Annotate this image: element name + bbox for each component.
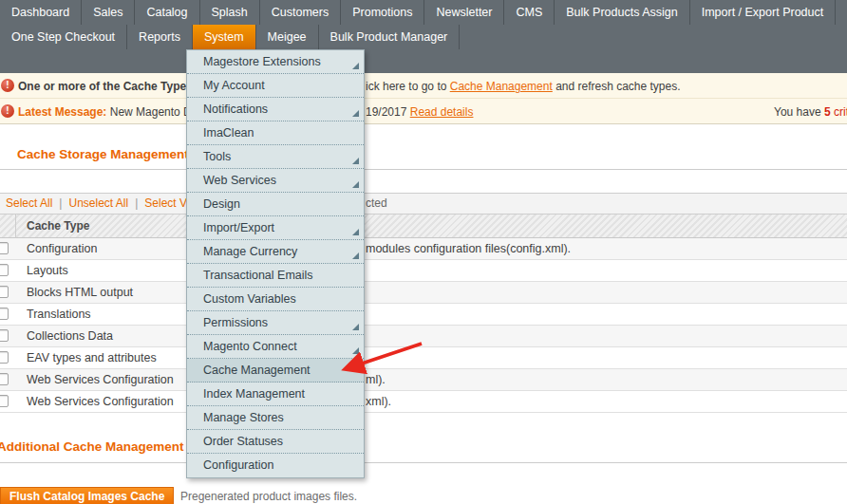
latest-message-date: 19/2017 xyxy=(366,105,410,119)
top-nav: Dashboard Sales Catalog Splash Customers… xyxy=(0,0,847,73)
divider xyxy=(0,169,847,170)
cache-type-name: Web Services Configuration xyxy=(27,391,174,413)
nav-tab-reports[interactable]: Reports xyxy=(127,25,193,49)
table-row-eav-types[interactable]: EAV types and attributes xyxy=(0,347,847,369)
cache-management-link[interactable]: Cache Management xyxy=(450,80,553,93)
latest-message-notice: Latest Message: New Magento DevB 19/2017… xyxy=(0,99,847,124)
flush-description: Pregenerated product images files. xyxy=(180,490,357,503)
table-row-configuration[interactable]: Configuration modules configuration file… xyxy=(0,238,847,260)
menu-item-manage-stores[interactable]: Manage Stores xyxy=(187,406,364,430)
nav-tab-bulk-product-manager[interactable]: Bulk Product Manager xyxy=(319,25,461,49)
select-all-link[interactable]: Select All xyxy=(6,196,52,210)
menu-item-label: My Account xyxy=(203,79,265,92)
row-checkbox[interactable] xyxy=(0,264,9,276)
table-row-layouts[interactable]: Layouts xyxy=(0,260,847,282)
menu-item-magestore-extensions[interactable]: Magestore Extensions xyxy=(187,50,364,74)
row-checkbox[interactable] xyxy=(0,395,9,407)
nav-tab-one-step-checkout[interactable]: One Step Checkout xyxy=(0,25,127,49)
nav-tab-cms[interactable]: CMS xyxy=(504,0,555,25)
nav-tab-catalog[interactable]: Catalog xyxy=(135,0,199,25)
menu-item-tools[interactable]: Tools xyxy=(187,145,364,169)
menu-item-web-services[interactable]: Web Services xyxy=(187,169,364,193)
menu-item-label: ImaClean xyxy=(203,126,254,140)
menu-item-cache-management[interactable]: Cache Management xyxy=(187,359,364,383)
link-separator: | xyxy=(135,196,138,210)
menu-item-label: Order Statuses xyxy=(203,435,283,448)
menu-item-import-export[interactable]: Import/Export xyxy=(187,216,364,240)
menu-item-label: Web Services xyxy=(203,174,276,187)
critical-text: crit xyxy=(831,105,847,119)
row-checkbox[interactable] xyxy=(0,286,9,298)
row-checkbox[interactable] xyxy=(0,373,9,385)
menu-item-imaclean[interactable]: ImaClean xyxy=(187,121,364,145)
admin-page: Dashboard Sales Catalog Splash Customers… xyxy=(0,0,847,504)
latest-message-label: Latest Message: xyxy=(18,105,106,119)
menu-item-custom-variables[interactable]: Custom Variables xyxy=(187,288,364,311)
menu-item-label: Magento Connect xyxy=(203,340,297,353)
notice-text-right: ick here to go to Cache Management and r… xyxy=(366,80,681,93)
table-row-collections-data[interactable]: Collections Data xyxy=(0,326,847,347)
notice-right-pre: ick here to go to xyxy=(366,80,450,93)
nav-tab-import-export-product[interactable]: Import / Export Product xyxy=(690,0,837,25)
menu-item-manage-currency[interactable]: Manage Currency xyxy=(187,240,364,264)
nav-row-2: One Step Checkout Reports System Meigee … xyxy=(0,25,847,49)
submenu-arrow-icon xyxy=(352,229,359,235)
menu-item-order-statuses[interactable]: Order Statuses xyxy=(187,430,364,454)
submenu-arrow-icon xyxy=(352,110,359,117)
menu-item-label: Tools xyxy=(203,150,231,163)
items-selected-fragment: cted xyxy=(366,194,387,214)
menu-item-notifications[interactable]: Notifications xyxy=(187,98,364,121)
table-row-web-services-1[interactable]: Web Services Configuration ml). xyxy=(0,369,847,391)
you-have-text: You have xyxy=(774,105,824,119)
nav-tab-splash[interactable]: Splash xyxy=(200,0,260,25)
menu-item-permissions[interactable]: Permissions xyxy=(187,311,364,335)
cache-type-name: Translations xyxy=(27,304,91,326)
critical-count-text: You have 5 crit xyxy=(774,105,847,119)
submenu-arrow-icon xyxy=(352,158,359,164)
cache-description: modules configuration files(config.xml). xyxy=(366,238,571,260)
menu-item-index-management[interactable]: Index Management xyxy=(187,383,364,406)
nav-tab-customers[interactable]: Customers xyxy=(260,0,341,25)
nav-tab-sales[interactable]: Sales xyxy=(82,0,135,25)
row-checkbox[interactable] xyxy=(0,351,9,364)
menu-item-transactional-emails[interactable]: Transactional Emails xyxy=(187,264,364,288)
read-details-link[interactable]: Read details xyxy=(410,105,474,119)
row-checkbox[interactable] xyxy=(0,329,9,342)
divider xyxy=(0,462,847,463)
flush-catalog-images-button[interactable]: Flush Catalog Images Cache xyxy=(0,487,174,504)
error-icon xyxy=(1,104,14,118)
menu-item-label: Transactional Emails xyxy=(203,269,313,282)
system-dropdown-menu: Magestore Extensions My Account Notifica… xyxy=(186,49,365,478)
notice-right-post: and refresh cache types. xyxy=(553,80,681,93)
nav-row-1: Dashboard Sales Catalog Splash Customers… xyxy=(0,0,847,25)
nav-tab-system[interactable]: System xyxy=(193,25,256,49)
cache-description: xml). xyxy=(366,391,391,413)
cache-type-name: Collections Data xyxy=(27,326,113,347)
nav-tab-meigee[interactable]: Meigee xyxy=(256,25,319,49)
row-checkbox[interactable] xyxy=(0,308,9,320)
cache-type-name: Blocks HTML output xyxy=(27,282,133,304)
page-title: Cache Storage Management xyxy=(17,147,189,161)
cache-description: ml). xyxy=(366,369,386,391)
table-row-translations[interactable]: Translations xyxy=(0,304,847,326)
table-row-web-services-2[interactable]: Web Services Configuration xml). xyxy=(0,391,847,413)
menu-item-design[interactable]: Design xyxy=(187,193,364,216)
nav-tab-newsletter[interactable]: Newsletter xyxy=(424,0,504,25)
unselect-all-link[interactable]: Unselect All xyxy=(68,196,128,210)
submenu-arrow-icon xyxy=(352,181,359,188)
nav-tab-bulk-products-assign[interactable]: Bulk Products Assign xyxy=(555,0,689,25)
nav-tab-dashboard[interactable]: Dashboard xyxy=(0,0,82,25)
menu-item-magento-connect[interactable]: Magento Connect xyxy=(187,335,364,359)
menu-item-label: Magestore Extensions xyxy=(203,55,321,68)
submenu-arrow-icon xyxy=(352,324,359,330)
cache-type-name: Layouts xyxy=(27,260,68,282)
menu-item-configuration[interactable]: Configuration xyxy=(187,454,364,477)
menu-item-label: Design xyxy=(203,197,240,211)
menu-item-my-account[interactable]: My Account xyxy=(187,74,364,98)
menu-item-label: Notifications xyxy=(203,103,268,116)
nav-tab-promotions[interactable]: Promotions xyxy=(341,0,424,25)
table-row-blocks-html[interactable]: Blocks HTML output xyxy=(0,282,847,304)
submenu-arrow-icon xyxy=(352,347,359,354)
row-checkbox[interactable] xyxy=(0,242,9,254)
submenu-arrow-icon xyxy=(352,252,359,259)
